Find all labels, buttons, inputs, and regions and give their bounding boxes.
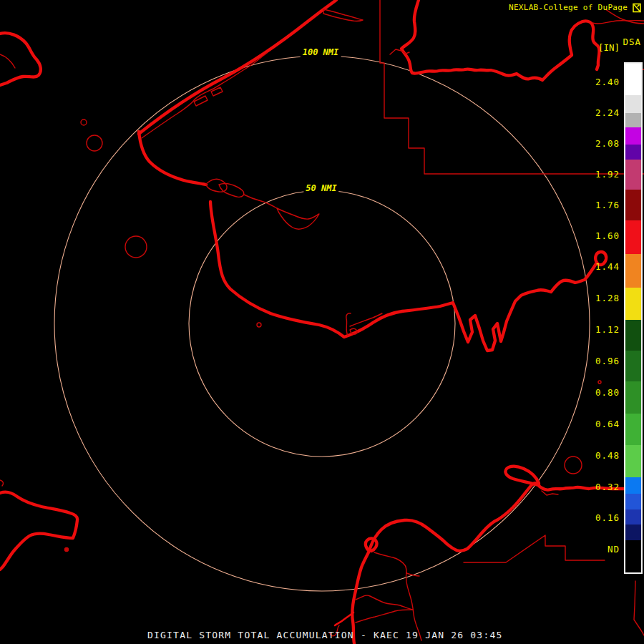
east-coast-spur — [542, 491, 558, 495]
colorbar-segment — [625, 254, 641, 288]
colorbar-segment — [625, 540, 641, 572]
colorbar-segment — [625, 95, 641, 113]
colorbar-segment — [625, 190, 641, 220]
colorbar-value-label: 1.76 — [564, 200, 620, 210]
islet-left-arm — [65, 548, 69, 552]
west-south-coast — [210, 202, 597, 351]
colorbar-segment — [625, 64, 641, 95]
precip-color-scale — [624, 62, 643, 574]
ne-spit-loop — [323, 9, 363, 21]
colorbar-value-label: 1.60 — [564, 230, 620, 241]
colorbar-value-label: 1.12 — [564, 324, 620, 335]
barrier-coast-line — [142, 53, 267, 138]
delta-hook — [335, 613, 353, 625]
islet-center — [257, 323, 261, 327]
colorbar-segment — [625, 127, 641, 145]
topleft-blob — [0, 33, 41, 85]
left-arm-nub — [0, 480, 3, 486]
colorbar-value-label: ND — [564, 544, 620, 555]
cod-box-slash-icon — [633, 2, 641, 16]
lake-tiny-nw — [81, 119, 87, 125]
inner-range-ring-label: 50 NMI — [303, 183, 338, 193]
lake-mid-west — [125, 236, 147, 258]
colorbar-value-label: 2.40 — [564, 77, 620, 87]
teller-spur — [244, 195, 277, 208]
barrier-island-1 — [194, 96, 208, 106]
colorbar-segment — [625, 160, 641, 190]
colorbar-segment — [625, 220, 641, 254]
teller-peninsula-1 — [206, 179, 227, 192]
colorbar-value-label: 2.08 — [564, 138, 620, 149]
teller-peninsula-2 — [219, 184, 244, 197]
colorbar-value-label: 0.80 — [564, 387, 620, 398]
delta-meander-1 — [356, 595, 413, 610]
colorbar-value-label: 0.64 — [564, 419, 620, 429]
colorbar-value-label: 1.44 — [564, 261, 620, 272]
colorbar-segment — [625, 320, 641, 351]
colorbar-segment — [625, 477, 641, 494]
colorbar-segment — [625, 509, 641, 525]
colorbar-segment — [625, 381, 641, 414]
product-caption: DIGITAL STORM TOTAL ACCUMULATION - KAEC … — [147, 630, 502, 640]
speck-east — [598, 381, 601, 384]
colorbar-value-label: 0.32 — [564, 482, 620, 492]
north-islet — [390, 49, 409, 54]
delta-dome-coast — [352, 483, 539, 643]
colorbar-segment — [625, 525, 641, 540]
radar-map-canvas — [0, 0, 644, 644]
lake-small-nw — [87, 135, 102, 151]
colorbar-value-label: 1.92 — [564, 169, 620, 180]
colorbar-value-label: 2.24 — [564, 107, 620, 118]
colorbar-segment — [625, 113, 641, 127]
radar-display: 100 NMI 50 NMI 2.402.242.081.921.761.601… — [0, 0, 644, 644]
left-arm-landmass — [0, 492, 77, 570]
offshore-blob — [277, 208, 319, 229]
colorbar-segment — [625, 145, 641, 160]
inner-range-ring — [189, 190, 455, 457]
colorbar-value-label: 0.48 — [564, 450, 620, 461]
colorbar-segment — [625, 494, 641, 509]
colorbar-segment — [625, 414, 641, 445]
colorbar-segment — [625, 288, 641, 320]
colorbar-segment — [625, 445, 641, 477]
product-units-label: [IN] — [598, 42, 620, 53]
colorbar-segment — [625, 351, 641, 381]
dip-squiggle-1 — [346, 313, 351, 336]
delta-meander-2 — [356, 610, 413, 623]
product-abbrev-label: DSA — [623, 36, 641, 47]
brand-title: NEXLAB-College of DuPage — [509, 3, 628, 12]
outer-range-ring-label: 100 NMI — [301, 47, 341, 57]
edge-line-southeast — [634, 581, 644, 635]
colorbar-value-label: 0.96 — [564, 356, 620, 366]
nw-coast-arc — [139, 0, 336, 134]
delta-slough — [374, 552, 419, 576]
topleft-blob-notch — [0, 54, 15, 68]
elbow-coast — [139, 132, 206, 185]
colorbar-value-label: 1.28 — [564, 293, 620, 303]
colorbar-value-label: 0.16 — [564, 512, 620, 523]
